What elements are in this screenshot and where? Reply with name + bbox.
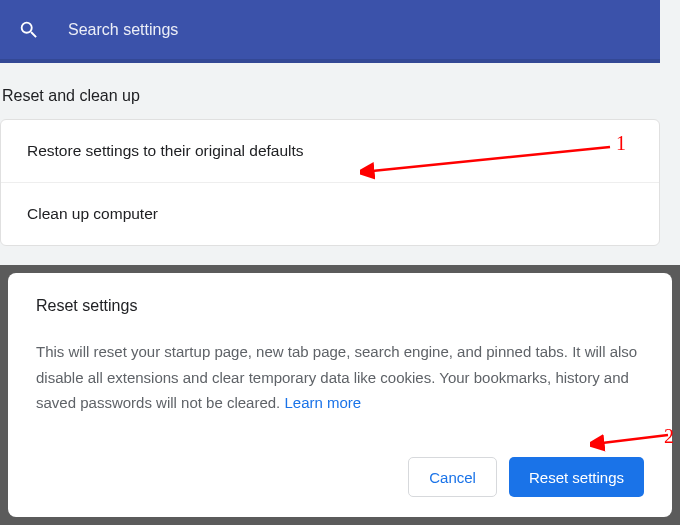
dialog-title: Reset settings [36,297,644,315]
reset-settings-dialog: Reset settings This will reset your star… [8,273,672,517]
cancel-button[interactable]: Cancel [408,457,497,497]
header-bar [0,0,660,63]
dialog-body: This will reset your startup page, new t… [36,339,644,416]
reset-cleanup-card: Restore settings to their original defau… [0,119,660,246]
restore-defaults-row[interactable]: Restore settings to their original defau… [1,120,659,183]
search-input[interactable] [68,21,642,39]
search-icon [18,19,40,41]
learn-more-link[interactable]: Learn more [284,394,361,411]
section-title: Reset and clean up [0,63,680,119]
modal-backdrop: Reset settings This will reset your star… [0,265,680,525]
reset-settings-button[interactable]: Reset settings [509,457,644,497]
cleanup-computer-row[interactable]: Clean up computer [1,183,659,245]
dialog-actions: Cancel Reset settings [408,457,644,497]
